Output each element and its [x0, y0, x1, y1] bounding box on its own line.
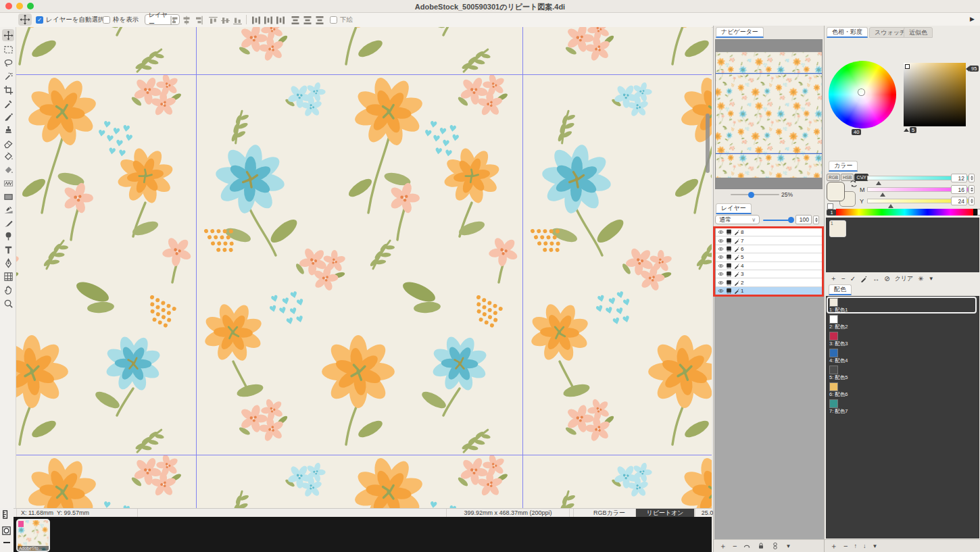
move-tool-indicator[interactable] [18, 14, 32, 26]
distribute-h-center-icon[interactable] [263, 15, 274, 26]
palette-swatch-5[interactable] [829, 366, 838, 374]
ruler-icon[interactable] [1, 509, 11, 520]
collapse-handle[interactable] [3, 542, 10, 543]
layer-edit-icon[interactable] [734, 246, 740, 252]
palette-swatch-1[interactable] [829, 298, 838, 307]
layer-visibility-icon[interactable] [718, 254, 724, 260]
move-tool[interactable] [2, 29, 14, 41]
palette-label-5[interactable]: 5: 配色5 [829, 374, 848, 381]
channel-m-stepper[interactable] [969, 185, 975, 194]
eyedropper-tool[interactable] [2, 97, 14, 109]
tab-navigator[interactable]: ナビゲーター [716, 27, 764, 38]
layer-row-4[interactable]: 4 [716, 262, 822, 270]
layer-edit-icon[interactable] [734, 229, 740, 235]
layer-row-7[interactable]: 7 [716, 236, 822, 245]
palette-swatch-2[interactable] [829, 315, 838, 324]
move-up-button[interactable]: ↑ [854, 543, 857, 549]
channel-y-value[interactable]: 24 [951, 197, 967, 205]
palette-label-3[interactable]: 3: 配色3 [829, 341, 848, 347]
navigator-zoom-slider[interactable] [731, 194, 779, 195]
tab-similar-colors[interactable]: 近似色 [904, 27, 933, 38]
layer-thumbnail-icon[interactable] [726, 238, 732, 244]
layer-thumbnail-icon[interactable] [726, 280, 732, 286]
channel-c-marker[interactable] [876, 181, 881, 185]
stamp-tool[interactable] [2, 124, 14, 136]
edit-swatch-icon[interactable] [860, 275, 868, 282]
layer-edit-icon[interactable] [734, 280, 740, 286]
layer-thumbnail-icon[interactable] [726, 263, 732, 269]
paintbrush-tool[interactable] [2, 217, 14, 229]
distribute-v-middle-icon[interactable] [302, 15, 313, 26]
channel-y-marker[interactable] [888, 204, 893, 208]
canvas[interactable] [16, 27, 712, 508]
swap-colors-icon[interactable] [849, 179, 858, 189]
layer-row-6[interactable]: 6 [716, 245, 822, 253]
history-swatch-1[interactable]: 1 [829, 220, 846, 237]
color-mode[interactable]: RGBカラー [573, 509, 645, 517]
palette-label-6[interactable]: 6: 配色6 [829, 391, 848, 398]
layer-edit-icon[interactable] [734, 254, 740, 260]
align-bottom-icon[interactable] [232, 15, 243, 26]
hue-wheel-marker[interactable] [858, 89, 864, 95]
distribute-h-right-icon[interactable] [275, 15, 286, 26]
layer-edit-icon[interactable] [734, 263, 740, 269]
delete-layer-button[interactable]: − [733, 542, 737, 550]
align-top-icon[interactable] [208, 15, 219, 26]
layer-menu-icon[interactable]: ▼ [785, 543, 791, 549]
show-frame-checkbox[interactable]: 枠を表示 [103, 14, 139, 25]
text-tool[interactable] [2, 243, 14, 255]
layer-thumbnail-icon[interactable] [726, 229, 732, 235]
gradient-fill-tool[interactable] [2, 164, 14, 176]
spectrum-white-swatch[interactable] [977, 209, 980, 216]
repeat-toggle[interactable]: リピートオン [635, 509, 695, 517]
auto-select-layer-checkbox[interactable]: ✓ レイヤーを自動選択 [36, 14, 104, 25]
align-middle-v-icon[interactable] [220, 15, 231, 26]
tab-color-scheme[interactable]: 配色 [829, 284, 852, 295]
toolbar-overflow-icon[interactable]: ▶ [970, 16, 975, 22]
mode-rgb-button[interactable]: RGB [827, 174, 840, 181]
navigator-preview[interactable] [715, 39, 823, 189]
layer-row-2[interactable]: 2 [716, 278, 822, 286]
grid-tool[interactable] [2, 270, 14, 282]
layer-row-1-selected[interactable]: 1 [716, 287, 822, 295]
opacity-stepper[interactable] [813, 216, 819, 224]
palette-swatch-6[interactable] [829, 382, 838, 391]
remove-scheme-button[interactable]: − [843, 542, 848, 550]
shape-tool[interactable] [2, 191, 14, 203]
palette-label-1[interactable]: 1: 配色1 [829, 307, 848, 313]
layer-edit-icon[interactable] [734, 288, 740, 294]
sv-marker[interactable] [905, 64, 910, 69]
swatch-menu-icon[interactable]: ▼ [929, 276, 934, 282]
layer-visibility-icon[interactable] [718, 263, 724, 269]
fill-tool[interactable] [2, 150, 14, 162]
palette-label-2[interactable]: 2: 配色2 [829, 324, 848, 330]
crop-tool[interactable] [2, 84, 14, 96]
balloon-tool[interactable] [2, 230, 14, 242]
hand-tool[interactable] [2, 284, 14, 296]
layer-visibility-icon[interactable] [718, 280, 724, 286]
apply-swatch-button[interactable]: ✓ [850, 275, 856, 282]
document-thumbnail[interactable]: AdobeSto... [16, 519, 50, 552]
magic-wand-tool[interactable] [2, 70, 14, 82]
distribute-h-left-icon[interactable] [251, 15, 262, 26]
move-down-button[interactable]: ↓ [863, 543, 866, 549]
align-right-icon[interactable] [193, 15, 204, 26]
merge-layer-icon[interactable] [743, 542, 751, 550]
distribute-v-top-icon[interactable] [290, 15, 301, 26]
layer-row-8[interactable]: 8 [716, 228, 822, 236]
spectrum-bar[interactable] [836, 209, 973, 216]
blend-mode-dropdown[interactable]: 通常∨ [715, 215, 760, 224]
layer-edit-icon[interactable] [734, 271, 740, 277]
add-scheme-button[interactable]: ＋ [830, 541, 837, 551]
distribute-v-bottom-icon[interactable] [314, 15, 325, 26]
no-color-button[interactable]: ⊘ [884, 275, 889, 282]
lock-layer-icon[interactable] [757, 542, 765, 550]
link-layer-icon[interactable] [771, 542, 779, 550]
canvas-vertical-scrollbar[interactable] [706, 114, 710, 173]
layer-visibility-icon[interactable] [718, 246, 724, 252]
layer-row-5[interactable]: 5 [716, 253, 822, 261]
opacity-value[interactable]: 100 [795, 215, 812, 224]
layer-thumbnail-icon[interactable] [726, 271, 732, 277]
vector-pen-tool[interactable] [2, 203, 14, 216]
channel-m-value[interactable]: 16 [951, 185, 967, 194]
